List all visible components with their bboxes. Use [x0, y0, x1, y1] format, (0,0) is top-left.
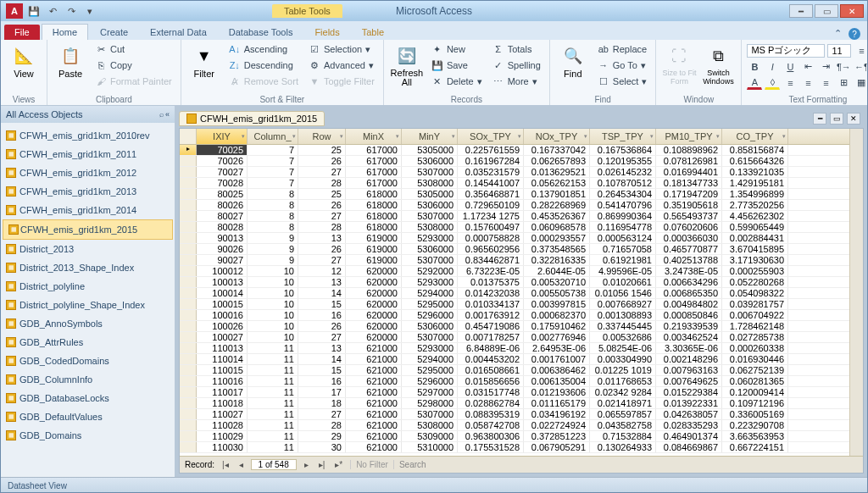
table-row[interactable]: 110029112962100053090000.9638003060.3728…: [180, 431, 849, 442]
table-cell[interactable]: 0.145441007: [458, 178, 524, 188]
column-dropdown-icon[interactable]: ▾: [518, 133, 521, 140]
table-cell[interactable]: 0.002776946: [524, 332, 590, 342]
table-cell[interactable]: 10: [248, 321, 298, 331]
table-cell[interactable]: 1.728462148: [722, 321, 788, 331]
table-cell[interactable]: 0.022724924: [524, 420, 590, 430]
table-cell[interactable]: 0.060281365: [722, 376, 788, 386]
table-cell[interactable]: 0.028335293: [656, 420, 722, 430]
table-cell[interactable]: 0.062657893: [524, 156, 590, 166]
table-row[interactable]: 8002682661800053060000.7296501090.282268…: [180, 200, 849, 211]
document-tab[interactable]: CFWH_emis_grid1km_2015: [179, 111, 325, 126]
table-cell[interactable]: 621000: [346, 420, 402, 430]
table-cell[interactable]: 0.337445445: [590, 321, 656, 331]
table-cell[interactable]: 8: [248, 200, 298, 210]
table-cell[interactable]: 110018: [197, 398, 248, 408]
table-cell[interactable]: 27: [298, 211, 346, 221]
table-cell[interactable]: 13: [298, 277, 346, 287]
table-cell[interactable]: 5294000: [402, 354, 458, 364]
table-cell[interactable]: 620000: [346, 321, 402, 331]
nav-item[interactable]: ▦District_2013_Shape_Index: [1, 258, 175, 277]
table-cell[interactable]: 0.028862784: [458, 398, 524, 408]
table-row[interactable]: 110028112862100053080000.0587427080.0227…: [180, 420, 849, 431]
qat-redo-icon[interactable]: ↷: [64, 3, 79, 19]
table-cell[interactable]: 8: [248, 222, 298, 232]
table-cell[interactable]: 110029: [197, 431, 248, 441]
table-cell[interactable]: 18: [298, 398, 346, 408]
table-cell[interactable]: 0.000293557: [524, 233, 590, 243]
column-dropdown-icon[interactable]: ▾: [396, 133, 399, 140]
rtl-icon[interactable]: ←¶: [854, 60, 868, 74]
table-cell[interactable]: 28: [298, 420, 346, 430]
table-cell[interactable]: 0.052280268: [722, 277, 788, 287]
window-restore-button[interactable]: ▭: [815, 4, 838, 18]
table-row[interactable]: 100013101362000052930000.013753750.00532…: [180, 277, 849, 288]
table-cell[interactable]: 0.013629521: [524, 167, 590, 177]
table-cell[interactable]: 1.17234 1275: [458, 211, 524, 221]
table-row[interactable]: 110013111362100052930006.84889E-062.6495…: [180, 343, 849, 354]
table-cell[interactable]: 0.373548565: [524, 244, 590, 254]
table-cell[interactable]: 11: [248, 442, 298, 452]
table-cell[interactable]: 0.005505738: [524, 288, 590, 298]
column-dropdown-icon[interactable]: ▾: [340, 133, 343, 140]
table-cell[interactable]: 5306000: [402, 321, 458, 331]
table-cell[interactable]: 110013: [197, 343, 248, 353]
table-row[interactable]: 9001391361900052930000.0007588280.000293…: [180, 233, 849, 244]
nav-item[interactable]: ▦GDB_Domains: [1, 426, 175, 445]
table-cell[interactable]: 70026: [197, 156, 248, 166]
table-cell[interactable]: 110015: [197, 365, 248, 375]
nav-item[interactable]: ▦CFWH_emis_grid1km_2011: [1, 145, 175, 163]
table-cell[interactable]: 0.067905291: [524, 442, 590, 452]
table-row[interactable]: ▸7002572561700053050000.2257615590.16733…: [180, 145, 849, 156]
table-cell[interactable]: 0.00532686: [590, 332, 656, 342]
table-cell[interactable]: 100015: [197, 299, 248, 309]
column-header[interactable]: CO_TPY▾: [722, 129, 788, 144]
table-cell[interactable]: 0.02342 9284: [590, 387, 656, 397]
table-cell[interactable]: 620000: [346, 332, 402, 342]
table-cell[interactable]: 10: [248, 288, 298, 298]
font-color-icon[interactable]: A: [747, 76, 762, 90]
table-cell[interactable]: 0.322816335: [524, 255, 590, 265]
table-cell[interactable]: 0.541470796: [590, 200, 656, 210]
bullets-icon[interactable]: ≡: [854, 44, 868, 58]
table-cell[interactable]: 1.354996899: [722, 189, 788, 199]
table-cell[interactable]: 0.282268969: [524, 200, 590, 210]
table-cell[interactable]: 617000: [346, 145, 402, 155]
table-cell[interactable]: 5296000: [402, 376, 458, 386]
tab-database-tools[interactable]: Database Tools: [219, 25, 303, 40]
table-row[interactable]: 100014101462000052940000.0142320380.0055…: [180, 288, 849, 299]
table-cell[interactable]: 0.007649625: [656, 376, 722, 386]
table-cell[interactable]: 0.084669867: [656, 442, 722, 452]
table-cell[interactable]: 0.130264933: [590, 442, 656, 452]
table-cell[interactable]: 0.107870512: [590, 178, 656, 188]
table-cell[interactable]: 100026: [197, 321, 248, 331]
table-row[interactable]: 110018111862100052980000.0288627840.0111…: [180, 398, 849, 409]
table-cell[interactable]: 0.006634296: [656, 277, 722, 287]
table-cell[interactable]: 4.456262302: [722, 211, 788, 221]
delete-button[interactable]: ✕Delete ▾: [428, 74, 486, 89]
table-cell[interactable]: 0.264534304: [590, 189, 656, 199]
table-cell[interactable]: 0.054098322: [722, 288, 788, 298]
column-header[interactable]: SOx_TPY▾: [458, 129, 524, 144]
table-cell[interactable]: 100014: [197, 288, 248, 298]
table-row[interactable]: 8002882861800053080000.1576004970.060968…: [180, 222, 849, 233]
underline-button[interactable]: U: [782, 60, 798, 74]
table-cell[interactable]: 5307000: [402, 332, 458, 342]
table-cell[interactable]: 110028: [197, 420, 248, 430]
table-cell[interactable]: 0.004453202: [458, 354, 524, 364]
spelling-button[interactable]: ✓Spelling: [489, 58, 544, 73]
qat-customize-icon[interactable]: ▾: [82, 3, 97, 19]
table-row[interactable]: 7002872861700053080000.1454410070.056262…: [180, 178, 849, 189]
table-cell[interactable]: 5293000: [402, 233, 458, 243]
table-cell[interactable]: 0.043582758: [590, 420, 656, 430]
table-cell[interactable]: 0.181347733: [656, 178, 722, 188]
table-cell[interactable]: 11: [248, 409, 298, 419]
table-row[interactable]: 9002692661900053060000.9656029560.373548…: [180, 244, 849, 255]
table-cell[interactable]: 100013: [197, 277, 248, 287]
record-last-button[interactable]: ▸|: [316, 460, 328, 469]
table-cell[interactable]: 16: [298, 310, 346, 320]
table-cell[interactable]: 0.109712196: [722, 398, 788, 408]
bold-button[interactable]: B: [747, 60, 762, 74]
table-cell[interactable]: 0.013922331: [656, 398, 722, 408]
table-cell[interactable]: 620000: [346, 266, 402, 276]
table-cell[interactable]: 0.223290708: [722, 420, 788, 430]
